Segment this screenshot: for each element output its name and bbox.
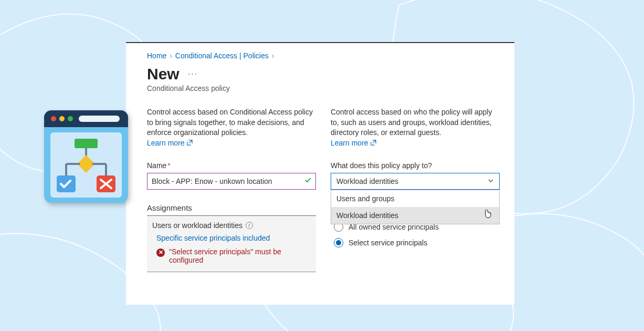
error-icon: ✕: [156, 249, 165, 257]
chevron-down-icon: [488, 177, 494, 185]
info-icon[interactable]: i: [246, 222, 253, 229]
breadcrumb-policies[interactable]: Conditional Access | Policies: [175, 51, 269, 60]
svg-rect-2: [44, 122, 128, 127]
learn-more-right[interactable]: Learn more: [331, 139, 376, 147]
breadcrumb-home[interactable]: Home: [147, 51, 166, 60]
more-button[interactable]: ···: [188, 69, 198, 79]
main-panel: Home › Conditional Access | Policies › N…: [126, 42, 514, 305]
svg-rect-6: [79, 116, 120, 122]
right-blurb: Control access based on who the policy w…: [331, 107, 500, 138]
apply-to-label: What does this policy apply to?: [331, 161, 500, 170]
svg-point-4: [59, 116, 65, 121]
option-workload-identities[interactable]: Workload identities: [331, 207, 499, 224]
learn-more-left[interactable]: Learn more: [147, 139, 193, 147]
svg-rect-8: [75, 139, 98, 148]
radio-icon-selected: [334, 238, 343, 247]
option-users-groups[interactable]: Users and groups: [331, 190, 499, 207]
check-icon: [304, 177, 312, 186]
assignment-box[interactable]: Users or workload identities i Specific …: [147, 216, 316, 272]
dropdown-list: Users and groups Workload identities: [331, 190, 500, 224]
name-input[interactable]: Block - APP: Enow - unkown location: [147, 173, 316, 190]
specific-principals-link[interactable]: Specific service principals included: [156, 234, 311, 242]
error-message: ✕ "Select service principals" must be co…: [156, 247, 311, 264]
apply-to-dropdown[interactable]: Workload identities Users and groups Wor…: [331, 173, 500, 190]
name-label: Name*: [147, 161, 316, 170]
assignments-header: Assignments: [147, 203, 316, 216]
left-blurb: Control access based on Conditional Acce…: [147, 107, 316, 138]
svg-point-5: [68, 116, 73, 121]
browser-flowchart-icon: [43, 109, 129, 209]
radio-select-principals[interactable]: Select service principals: [331, 235, 500, 251]
left-column: Control access based on Conditional Acce…: [147, 107, 316, 272]
svg-point-3: [51, 116, 56, 121]
breadcrumb: Home › Conditional Access | Policies ›: [147, 51, 500, 60]
right-column: Control access based on who the policy w…: [331, 107, 500, 272]
external-link-icon: [187, 140, 193, 146]
page-title: New: [147, 65, 180, 83]
cursor-icon: [482, 209, 492, 221]
page-subtitle: Conditional Access policy: [147, 84, 500, 92]
external-link-icon: [371, 140, 376, 146]
